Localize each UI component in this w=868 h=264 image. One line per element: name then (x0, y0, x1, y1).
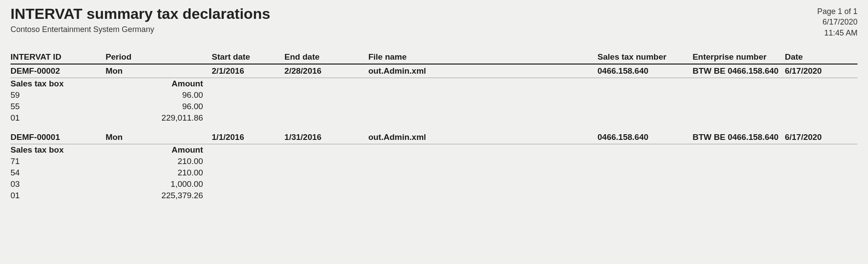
tax-box-row: 5996.00 (11, 89, 857, 101)
tax-box-cell: 54 (11, 167, 162, 178)
col-enterprise-number: Enterprise number (692, 50, 785, 64)
period-cell: Mon (105, 64, 212, 78)
col-sales-tax-number: Sales tax number (597, 50, 692, 64)
declaration-row: DEMF-00002Mon2/1/20162/28/2016out.Admin.… (11, 64, 857, 78)
tax-box-cell: 01 (11, 112, 162, 124)
enterprise-number-cell: BTW BE 0466.158.640 (692, 64, 785, 78)
sub-col-amount: Amount (162, 144, 212, 156)
header-right: Page 1 of 1 6/17/2020 11:45 AM (817, 5, 857, 38)
tax-box-row: 01225,379.26 (11, 190, 857, 201)
end-date-cell: 1/31/2016 (285, 124, 369, 144)
start-date-cell: 1/1/2016 (212, 124, 285, 144)
tax-box-cell: 55 (11, 101, 162, 112)
company-name: Contoso Entertainment System Germany (11, 25, 270, 34)
tax-box-spacer (212, 167, 857, 178)
amount-cell: 96.00 (162, 89, 212, 101)
intervat-id-cell: DEMF-00002 (11, 64, 105, 78)
tax-box-cell: 59 (11, 89, 162, 101)
file-name-cell: out.Admin.xml (368, 64, 597, 78)
tax-box-row: 54210.00 (11, 167, 857, 178)
col-period: Period (105, 50, 212, 64)
sales-tax-number-cell: 0466.158.640 (597, 124, 692, 144)
sub-header-spacer (212, 78, 857, 89)
print-date: 6/17/2020 (817, 17, 857, 27)
sub-header-row: Sales tax boxAmount (11, 78, 857, 89)
sub-col-sales-tax-box: Sales tax box (11, 78, 162, 89)
declarations-table: INTERVAT ID Period Start date End date F… (11, 50, 857, 201)
table-header: INTERVAT ID Period Start date End date F… (11, 50, 857, 64)
tax-box-spacer (212, 178, 857, 190)
header-left: INTERVAT summary tax declarations Contos… (11, 5, 270, 34)
period-cell: Mon (105, 124, 212, 144)
amount-cell: 210.00 (162, 167, 212, 178)
tax-box-row: 71210.00 (11, 156, 857, 167)
tax-box-spacer (212, 156, 857, 167)
print-time: 11:45 AM (817, 28, 857, 38)
tax-box-spacer (212, 190, 857, 201)
amount-cell: 229,011.86 (162, 112, 212, 124)
report-header: INTERVAT summary tax declarations Contos… (11, 5, 857, 38)
amount-cell: 210.00 (162, 156, 212, 167)
col-date: Date (785, 50, 857, 64)
sub-col-amount: Amount (162, 78, 212, 89)
start-date-cell: 2/1/2016 (212, 64, 285, 78)
tax-box-spacer (212, 101, 857, 112)
file-name-cell: out.Admin.xml (368, 124, 597, 144)
tax-box-cell: 03 (11, 178, 162, 190)
report-title: INTERVAT summary tax declarations (11, 5, 270, 22)
page-info: Page 1 of 1 (817, 6, 857, 17)
amount-cell: 96.00 (162, 101, 212, 112)
sub-col-sales-tax-box: Sales tax box (11, 144, 162, 156)
tax-box-row: 031,000.00 (11, 178, 857, 190)
tax-box-spacer (212, 112, 857, 124)
tax-box-spacer (212, 89, 857, 101)
sub-header-spacer (212, 144, 857, 156)
tax-box-cell: 01 (11, 190, 162, 201)
table-body: DEMF-00002Mon2/1/20162/28/2016out.Admin.… (11, 64, 857, 201)
tax-box-cell: 71 (11, 156, 162, 167)
col-start-date: Start date (212, 50, 285, 64)
amount-cell: 225,379.26 (162, 190, 212, 201)
col-intervat-id: INTERVAT ID (11, 50, 105, 64)
col-file-name: File name (368, 50, 597, 64)
declaration-row: DEMF-00001Mon1/1/20161/31/2016out.Admin.… (11, 124, 857, 144)
amount-cell: 1,000.00 (162, 178, 212, 190)
date-cell: 6/17/2020 (785, 124, 857, 144)
sales-tax-number-cell: 0466.158.640 (597, 64, 692, 78)
date-cell: 6/17/2020 (785, 64, 857, 78)
tax-box-row: 01229,011.86 (11, 112, 857, 124)
tax-box-row: 5596.00 (11, 101, 857, 112)
enterprise-number-cell: BTW BE 0466.158.640 (692, 124, 785, 144)
sub-header-row: Sales tax boxAmount (11, 144, 857, 156)
intervat-id-cell: DEMF-00001 (11, 124, 105, 144)
col-end-date: End date (285, 50, 369, 64)
end-date-cell: 2/28/2016 (285, 64, 369, 78)
